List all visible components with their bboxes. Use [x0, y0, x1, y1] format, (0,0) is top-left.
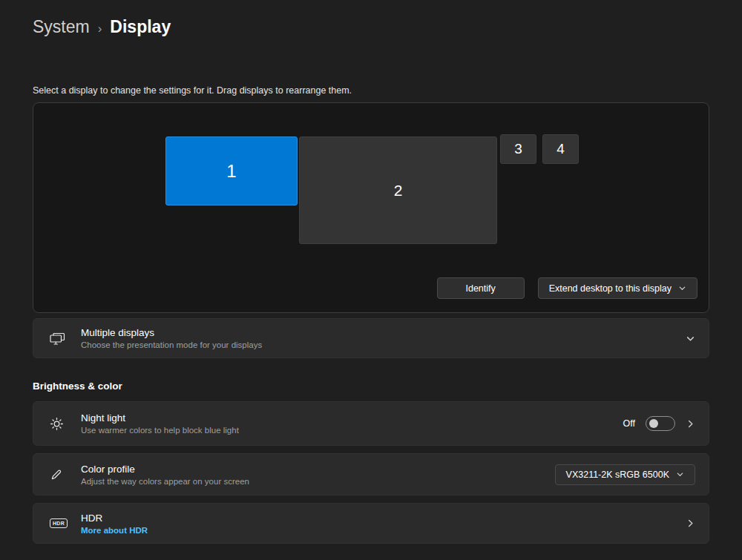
brightness-color-header: Brightness & color	[33, 381, 709, 393]
monitor-3-label: 3	[514, 141, 522, 157]
page-title: Display	[110, 15, 171, 39]
color-profile-subtitle: Adjust the way colors appear on your scr…	[81, 477, 249, 486]
chevron-down-icon	[678, 284, 686, 292]
display-arrangement-panel: 1 2 3 4 Identify Extend desktop to this …	[33, 102, 709, 313]
multiple-displays-title: Multiple displays	[81, 327, 262, 338]
color-profile-row: Color profile Adjust the way colors appe…	[33, 453, 709, 495]
night-light-title: Night light	[81, 412, 239, 424]
color-profile-text: Color profile Adjust the way colors appe…	[81, 464, 249, 486]
monitor-1-label: 1	[226, 161, 236, 182]
chevron-right-icon[interactable]	[686, 419, 695, 429]
monitor-4[interactable]: 4	[542, 134, 579, 164]
breadcrumb: System › Display	[33, 0, 709, 41]
night-light-toggle-state: Off	[623, 418, 635, 429]
hdr-row[interactable]: HDR HDR More about HDR	[33, 503, 709, 544]
display-instruction-text: Select a display to change the settings …	[33, 85, 709, 96]
extend-desktop-dropdown-label: Extend desktop to this display	[549, 283, 672, 294]
monitor-3[interactable]: 3	[500, 134, 536, 164]
night-light-row[interactable]: Night light Use warmer colors to help bl…	[33, 401, 709, 446]
hdr-text: HDR More about HDR	[81, 513, 148, 535]
night-light-subtitle: Use warmer colors to help block blue lig…	[81, 426, 239, 435]
color-profile-dropdown[interactable]: VX3211-2K sRGB 6500K	[555, 464, 695, 485]
hdr-title: HDR	[81, 513, 148, 524]
monitor-1[interactable]: 1	[165, 136, 298, 205]
night-light-toggle[interactable]	[646, 416, 675, 431]
multiple-displays-row[interactable]: Multiple displays Choose the presentatio…	[33, 318, 709, 358]
night-light-text: Night light Use warmer colors to help bl…	[81, 412, 239, 435]
multiple-displays-subtitle: Choose the presentation mode for your di…	[81, 340, 262, 349]
color-profile-icon	[45, 468, 75, 481]
monitor-2-label: 2	[394, 182, 403, 200]
multiple-displays-text: Multiple displays Choose the presentatio…	[81, 327, 262, 349]
chevron-down-icon[interactable]	[686, 334, 695, 343]
chevron-right-icon[interactable]	[686, 518, 695, 528]
breadcrumb-separator-icon: ›	[98, 17, 102, 41]
identify-button-label: Identify	[465, 283, 495, 294]
multiple-displays-icon	[45, 332, 75, 345]
toggle-knob	[649, 419, 658, 428]
extend-desktop-dropdown[interactable]: Extend desktop to this display	[538, 277, 697, 299]
chevron-down-icon	[676, 470, 684, 478]
hdr-icon: HDR	[45, 518, 75, 528]
color-profile-dropdown-value: VX3211-2K sRGB 6500K	[566, 470, 669, 480]
monitor-2[interactable]: 2	[299, 136, 497, 244]
color-profile-title: Color profile	[81, 464, 249, 475]
monitor-4-label: 4	[556, 141, 565, 157]
breadcrumb-system[interactable]: System	[33, 15, 90, 39]
settings-page: System › Display Select a display to cha…	[0, 0, 742, 544]
night-light-icon	[45, 417, 75, 431]
identify-button[interactable]: Identify	[437, 277, 525, 299]
panel-buttons: Identify Extend desktop to this display	[437, 277, 697, 299]
hdr-badge-text: HDR	[50, 518, 68, 528]
hdr-more-link[interactable]: More about HDR	[81, 526, 148, 535]
